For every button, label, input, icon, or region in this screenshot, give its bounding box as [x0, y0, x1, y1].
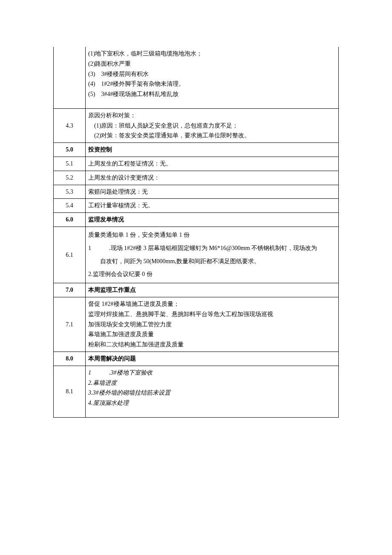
- row-content: 督促 1#2#楼幕墙施工进度及质量； 监理对焊接施工、悬挑脚手架、悬挑卸料平台等…: [86, 297, 339, 352]
- text-line: 监理对焊接施工、悬挑脚手架、悬挑卸料平台等危大工程加强现场巡视: [88, 309, 336, 320]
- text-line: 粉刷和二次结构施工加强进度及质量: [88, 340, 336, 350]
- table-row: 8.1 1 .3#楼地下室验收 2.幕墙进度 3.3#楼外墙的砌墙拉结筋未设置 …: [54, 366, 339, 417]
- row-number: 5.2: [54, 171, 86, 185]
- text-line: 幕墙施工加强进度及质量: [88, 329, 336, 340]
- table-row: 5.3 索赔问题处理情况：无: [54, 185, 339, 199]
- text-line: 加强现场安全文明施工管控力度: [88, 320, 336, 330]
- document-page: (1)地下室积水，临时三级箱电缆拖地泡水； (2)路面积水严重 (3) 3#楼楼…: [0, 0, 392, 418]
- text-line: 3.3#楼外墙的砌墙拉结筋未设置: [88, 388, 336, 398]
- text-line: 原因分析和对策：: [88, 110, 336, 121]
- row-content: 原因分析和对策： (1)原因：班组人员缺乏安全意识，总包巡查力度不足； (2)对…: [86, 108, 339, 142]
- row-content: 本周需解决的问题: [86, 352, 339, 366]
- row-number: [54, 47, 86, 108]
- table-row: 5.0 投资控制: [54, 143, 339, 157]
- table-row: 4.3 原因分析和对策： (1)原因：班组人员缺乏安全意识，总包巡查力度不足； …: [54, 108, 339, 142]
- text-line: (4) 1#2#楼外脚手架有杂物未清理。: [88, 79, 336, 89]
- table-row: 6.1 质量类通知单 1 份，安全类通知单 1 份 1 .现场 1#2#楼 3 …: [54, 227, 339, 283]
- row-content: (1)地下室积水，临时三级箱电缆拖地泡水； (2)路面积水严重 (3) 3#楼楼…: [86, 47, 339, 108]
- row-number: 8.1: [54, 366, 86, 417]
- row-content: 工程计量审核情况：无。: [86, 199, 339, 213]
- row-number: 7.0: [54, 283, 86, 297]
- row-content: 上周发生的设计变更情况：: [86, 171, 339, 185]
- row-content: 索赔问题处理情况：无: [86, 185, 339, 199]
- text-line: 2.监理例会会议纪要 0 份: [88, 268, 336, 281]
- row-content: 投资控制: [86, 143, 339, 157]
- row-content: 监理发单情况: [86, 213, 339, 227]
- table-row: 6.0 监理发单情况: [54, 213, 339, 227]
- row-number: 5.3: [54, 185, 86, 199]
- report-table: (1)地下室积水，临时三级箱电缆拖地泡水； (2)路面积水严重 (3) 3#楼楼…: [53, 47, 339, 418]
- row-number: 7.1: [54, 297, 86, 352]
- table-row: 5.1 上周发生的工程签证情况：无。: [54, 157, 339, 171]
- text-line: (2)对策：签发安全类监理通知单，要求施工单位限时整改。: [88, 131, 336, 141]
- text-line: 2.幕墙进度: [88, 378, 336, 388]
- row-content: 上周发生的工程签证情况：无。: [86, 157, 339, 171]
- text-line: (1)地下室积水，临时三级箱电缆拖地泡水；: [88, 49, 336, 59]
- row-number: 5.1: [54, 157, 86, 171]
- text-line: 1 .3#楼地下室验收: [88, 368, 336, 378]
- row-content: 1 .3#楼地下室验收 2.幕墙进度 3.3#楼外墙的砌墙拉结筋未设置 4.屋顶…: [86, 366, 339, 417]
- row-number: 4.3: [54, 108, 86, 142]
- text-line: (5) 3#4#楼现场施工材料乱堆乱放: [88, 89, 336, 99]
- row-content: 本周监理工作重点: [86, 283, 339, 297]
- table-row: 5.4 工程计量审核情况：无。: [54, 199, 339, 213]
- table-row: 8.0 本周需解决的问题: [54, 352, 339, 366]
- text-line: (3) 3#楼楼层间有积水: [88, 69, 336, 79]
- text-line: 4.屋顶漏水处理: [88, 398, 336, 408]
- table-row: (1)地下室积水，临时三级箱电缆拖地泡水； (2)路面积水严重 (3) 3#楼楼…: [54, 47, 339, 108]
- text-line: (1)原因：班组人员缺乏安全意识，总包巡查力度不足；: [88, 121, 336, 131]
- text-line: 督促 1#2#楼幕墙施工进度及质量；: [88, 299, 336, 309]
- row-number: 8.0: [54, 352, 86, 366]
- row-number: 6.1: [54, 227, 86, 283]
- row-number: 5.0: [54, 143, 86, 157]
- text-line: 1 .现场 1#2#楼 3 层幕墙铝框固定螺钉为 M6*16@300mm 不锈钢…: [88, 242, 336, 255]
- table-row: 7.0 本周监理工作重点: [54, 283, 339, 297]
- text-line: 质量类通知单 1 份，安全类通知单 1 份: [88, 229, 336, 242]
- text-line: 自攻钉，间距为 50(M000mm,数量和间距都不满足图纸要求。: [88, 255, 336, 268]
- table-row: 7.1 督促 1#2#楼幕墙施工进度及质量； 监理对焊接施工、悬挑脚手架、悬挑卸…: [54, 297, 339, 352]
- row-number: 5.4: [54, 199, 86, 213]
- text-line: (2)路面积水严重: [88, 59, 336, 69]
- row-number: 6.0: [54, 213, 86, 227]
- row-content: 质量类通知单 1 份，安全类通知单 1 份 1 .现场 1#2#楼 3 层幕墙铝…: [86, 227, 339, 283]
- table-row: 5.2 上周发生的设计变更情况：: [54, 171, 339, 185]
